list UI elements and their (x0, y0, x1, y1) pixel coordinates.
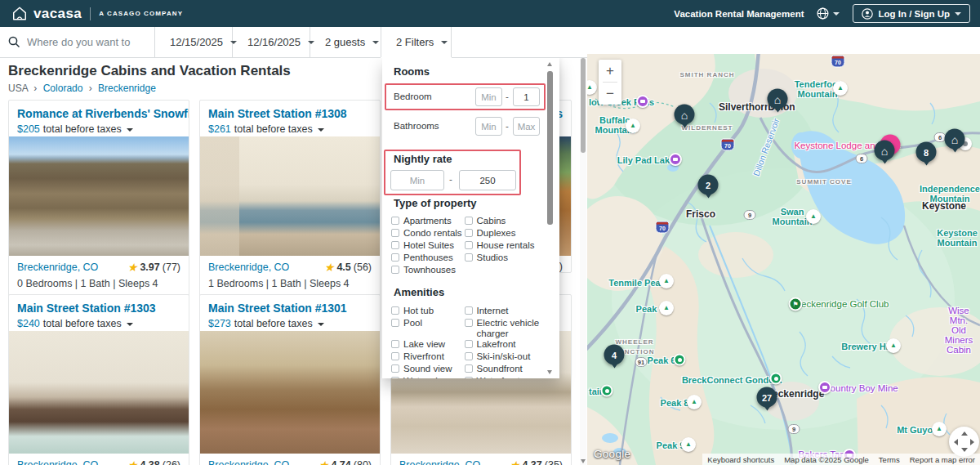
search-input[interactable] (27, 36, 133, 48)
filter-checkbox-option[interactable]: Sound view (391, 364, 465, 374)
listing-price-toggle[interactable]: $205 total before taxes (9, 122, 189, 136)
filters-dropdown-toggle[interactable]: 2 Filters (381, 27, 452, 57)
map-marker[interactable]: ▲ (659, 274, 674, 288)
keyboard-shortcuts-link[interactable]: Keyboard shortcuts (707, 455, 774, 464)
map-marker[interactable]: ⌂ (945, 129, 965, 150)
filter-checkbox-option[interactable]: Cabins (465, 216, 546, 226)
bedroom-min-input[interactable] (475, 87, 502, 106)
map-marker[interactable]: ⌂ (875, 141, 895, 161)
map-zoom-control[interactable]: + − (599, 60, 621, 105)
listing-card[interactable]: Main Street Station #1308 $261 total bef… (199, 100, 381, 297)
listing-price-toggle[interactable]: $240 total before taxes (9, 316, 189, 331)
map-marker[interactable]: 27 (757, 387, 777, 408)
listing-title-link[interactable]: Main Street Station #1308 (200, 101, 380, 122)
filter-checkbox-option[interactable]: Studios (465, 253, 546, 263)
filter-checkbox-option[interactable]: Internet (465, 306, 546, 316)
listing-card[interactable]: Main Street Station #1303 $240 total bef… (8, 294, 189, 465)
zoom-in-button[interactable]: + (599, 60, 621, 82)
breadcrumb-colorado-link[interactable]: Colorado (43, 83, 83, 94)
map-marker[interactable]: ⚑ (789, 297, 803, 311)
zoom-out-button[interactable]: − (599, 83, 621, 105)
filter-checkbox-option[interactable]: Condo rentals (391, 228, 465, 239)
listing-location-link[interactable]: Breckenridge, CO (208, 262, 289, 273)
map-marker[interactable] (636, 95, 649, 108)
checkout-date-picker[interactable]: 12/16/2025 (233, 27, 310, 57)
listing-title-link[interactable]: Main Street Station #1301 (200, 295, 380, 316)
map-marker[interactable]: ⌂ (675, 105, 695, 125)
map-marker[interactable]: ▲ (833, 81, 848, 96)
terms-link[interactable]: Terms (879, 455, 900, 464)
map-marker[interactable]: ⌂ (768, 89, 788, 110)
breadcrumb-breckenridge-link[interactable]: Breckenridge (98, 83, 156, 94)
map-marker[interactable]: ▲ (687, 395, 702, 409)
scroll-up-icon[interactable] (547, 62, 552, 66)
listing-location-link[interactable]: Breckenridge, CO (17, 459, 98, 465)
vacasa-logo[interactable]: vacasa (11, 6, 82, 22)
nav-vacation-rental-management[interactable]: Vacation Rental Management (674, 9, 804, 19)
bedroom-max-input[interactable] (513, 87, 540, 106)
listing-price-toggle[interactable]: $273 total before taxes (200, 316, 380, 331)
filter-panel-scrollbar[interactable] (546, 58, 555, 378)
listing-photo[interactable] (9, 331, 189, 454)
filter-checkbox-option[interactable]: Duplexes (465, 228, 546, 239)
destination-search[interactable] (0, 27, 155, 57)
filter-checkbox-option[interactable]: Hot tub (391, 306, 465, 316)
filter-checkbox-option[interactable]: Lakefront (465, 339, 546, 350)
login-signup-button[interactable]: Log In / Sign Up (853, 4, 970, 23)
report-map-error-link[interactable]: Report a map error (910, 455, 975, 464)
listing-location-link[interactable]: Breckenridge, CO (208, 459, 289, 465)
map-pan-control[interactable] (949, 427, 979, 457)
results-map[interactable]: SMITH RANCHWILDERNESTSUMMIT COVEWHEELER … (587, 54, 980, 465)
listing-price-toggle[interactable]: $261 total before taxes (200, 122, 380, 136)
map-marker[interactable] (674, 354, 686, 366)
filter-checkbox-option[interactable]: Penthouses (391, 253, 465, 263)
pan-down-icon[interactable] (961, 448, 968, 452)
map-marker[interactable]: ▲ (932, 422, 947, 436)
checkin-date-picker[interactable]: 12/15/2025 (155, 27, 233, 57)
guests-selector[interactable]: 2 guests (310, 27, 381, 57)
map-marker[interactable]: ▲ (886, 338, 901, 353)
listing-location-link[interactable]: Breckenridge, CO (17, 262, 98, 273)
scroll-down-icon[interactable] (581, 459, 586, 463)
scrollbar-thumb[interactable] (547, 71, 553, 225)
bathrooms-max-input[interactable] (513, 117, 540, 136)
filter-checkbox-option[interactable]: Water view (391, 376, 465, 378)
listing-photo[interactable] (200, 136, 380, 256)
map-marker[interactable]: ▲ (626, 118, 640, 133)
filter-checkbox-option[interactable]: Townhouses (391, 265, 465, 275)
map-marker[interactable] (669, 153, 682, 166)
rate-max-input[interactable] (459, 170, 516, 190)
filter-checkbox-option[interactable]: Lake view (391, 339, 465, 350)
listing-title-link[interactable]: Romance at Riverbends' Snowflake Lift ..… (9, 101, 189, 122)
scroll-down-icon[interactable] (547, 370, 552, 374)
filter-checkbox-option[interactable]: Ski-in/ski-out (465, 351, 546, 362)
map-marker[interactable]: 2 (698, 175, 719, 195)
map-marker[interactable] (601, 385, 613, 397)
listing-card[interactable]: Romance at Riverbends' Snowflake Lift ..… (8, 100, 189, 297)
scrollbar-thumb[interactable] (581, 58, 586, 153)
filter-checkbox-option[interactable]: Soundfront (465, 364, 546, 374)
map-marker[interactable] (818, 381, 831, 394)
listing-photo[interactable] (200, 331, 380, 454)
language-selector[interactable] (817, 7, 840, 20)
filter-checkbox-option[interactable]: House rentals (465, 240, 546, 251)
map-marker[interactable] (770, 373, 782, 385)
map-marker[interactable]: 8 (916, 142, 937, 163)
map-marker[interactable]: ▲ (806, 209, 821, 224)
listing-card[interactable]: Main Street Station #1301 $273 total bef… (199, 294, 381, 465)
listing-location-link[interactable]: Breckenridge, CO (399, 459, 480, 465)
results-scrollbar[interactable] (580, 54, 586, 465)
listing-photo[interactable] (9, 136, 189, 256)
rate-min-input[interactable] (390, 170, 444, 190)
filter-checkbox-option[interactable]: Electric vehicle charger (465, 318, 546, 339)
filter-checkbox-option[interactable]: Pool (391, 318, 465, 329)
pan-up-icon[interactable] (961, 431, 968, 436)
listing-title-link[interactable]: Main Street Station #1303 (9, 295, 189, 316)
pan-left-icon[interactable] (954, 439, 958, 445)
map-marker[interactable]: ▲ (659, 301, 674, 315)
filter-checkbox-option[interactable]: Riverfront (391, 351, 465, 362)
filter-checkbox-option[interactable]: Apartments (391, 216, 465, 226)
bathrooms-min-input[interactable] (475, 117, 502, 136)
map-marker[interactable]: ▲ (681, 437, 696, 452)
filter-checkbox-option[interactable]: Waterfront (465, 376, 546, 378)
